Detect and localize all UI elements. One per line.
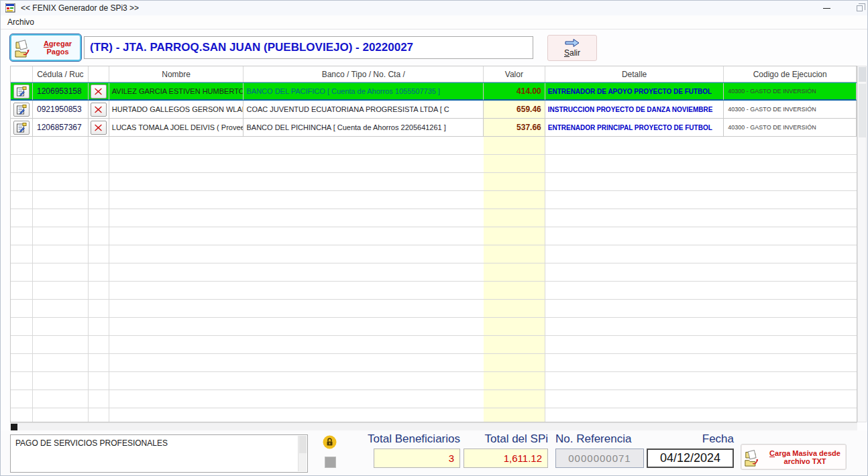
codigo-cell[interactable]: 40300 - GASTO DE INVERSIÓN [724,101,857,119]
empty-row[interactable] [11,300,857,318]
edit-row-button[interactable] [13,103,30,117]
observacion-textbox[interactable]: PAGO DE SERVICIOS PROFESIONALES [10,434,308,473]
grid-vertical-scrollbar[interactable] [857,66,867,422]
banco-cell[interactable]: BANCO DEL PICHINCHA [ Cuenta de Ahorros … [243,119,483,137]
nombre-cell[interactable]: HURTADO GALLEGOS GERSON WLADIM ( Proveed… [109,101,244,119]
menu-archivo[interactable]: Archivo [2,17,40,27]
delete-row-button[interactable] [91,121,107,135]
empty-row[interactable] [11,282,857,300]
empty-cell [724,137,857,155]
minimize-button[interactable] [812,1,840,15]
hscroll-thumb[interactable] [11,424,17,430]
empty-row[interactable] [11,209,857,227]
title-bar: << FENIX Generador de SPi3 >> [1,1,868,15]
empty-cell [11,282,33,300]
total-beneficiarios-value: 3 [374,449,460,468]
cedula-cell[interactable]: 0921950853 [33,101,89,119]
empty-cell [89,155,109,173]
vscroll-thumb[interactable] [859,84,866,137]
footer-panel: PAGO DE SERVICIOS PROFESIONALES Total Be… [1,430,868,476]
empty-cell [33,336,89,354]
empty-cell [11,408,33,422]
empty-cell [545,336,724,354]
empty-row[interactable] [11,336,857,354]
codigo-cell[interactable]: 40300 - GASTO DE INVERSIÓN [724,119,857,137]
empty-cell [11,390,33,408]
empty-cell [89,408,109,422]
empty-cell [33,372,89,390]
column-header-detalle: Detalle [545,66,724,82]
empty-cell [243,245,483,263]
empty-cell [243,173,483,191]
empty-cell [545,173,724,191]
empty-row[interactable] [11,173,857,191]
empty-cell [11,137,33,155]
gray-indicator-square[interactable] [325,457,336,468]
empty-cell [109,354,244,372]
payment-row-3[interactable]: 1206857367LUCAS TOMALA JOEL DEIVIS ( Pro… [11,119,857,137]
empty-row[interactable] [11,354,857,372]
delete-row-button[interactable] [91,84,107,99]
empty-cell [89,191,109,209]
banco-cell[interactable]: BANCO DEL PACIFICO [ Cuenta de Ahorros 1… [243,83,483,101]
payment-row-2[interactable]: 0921950853HURTADO GALLEGOS GERSON WLADIM… [11,101,857,119]
edit-row-button[interactable] [13,121,30,135]
column-header-nombre: Nombre [109,66,244,82]
edit-row-button[interactable] [13,84,30,99]
agregar-pagos-button[interactable]: Agregar Pagos [10,34,81,61]
empty-row[interactable] [11,245,857,263]
nombre-cell[interactable]: LUCAS TOMALA JOEL DEIVIS ( Proveedor ) [109,119,244,137]
codigo-cell[interactable]: 40300 - GASTO DE INVERSIÓN [724,83,857,101]
nombre-cell[interactable]: AVILEZ GARCIA ESTIVEN HUMBERTO ( Proveed… [109,83,244,101]
restore-button[interactable] [840,1,868,15]
empty-cell [89,209,109,227]
empty-row[interactable] [11,263,857,282]
detalle-cell[interactable]: ENTRENADOR PRINCIPAL PROYECTO DE FUTBOL [545,119,724,137]
empty-cell [724,390,857,408]
banco-cell[interactable]: COAC JUVENTUD ECUATORIANA PROGRESISTA LT… [243,101,483,119]
empty-cell [11,354,33,372]
cedula-cell[interactable]: 1206953158 [33,83,89,101]
lock-icon[interactable] [323,435,337,449]
delete-row-button[interactable] [91,103,107,117]
empty-cell [89,372,109,390]
empty-row[interactable] [11,372,857,390]
valor-cell[interactable]: 537.66 [484,119,545,137]
salir-button[interactable]: Salir [547,35,597,61]
spi-title-input[interactable] [84,36,533,59]
cedula-cell[interactable]: 1206857367 [33,119,89,137]
empty-cell [11,372,33,390]
empty-cell [89,354,109,372]
carga-masiva-button[interactable]: Carga Masiva desde archivo TXT [741,444,847,470]
empty-row[interactable] [11,227,857,245]
column-header-banco: Banco / Tipo / No. Cta / [243,66,483,82]
empty-cell [243,390,483,408]
observacion-scroll-thumb[interactable] [299,436,307,453]
empty-row[interactable] [11,191,857,209]
empty-cell [724,372,857,390]
valor-cell[interactable]: 659.46 [484,101,545,119]
edit-cell [11,119,33,137]
empty-row[interactable] [11,318,857,336]
delete-x-icon [94,123,103,132]
load-txt-folders-icon [744,447,764,467]
empty-cell [11,300,33,318]
total-spi-label: Total del SPi [430,432,548,447]
empty-cell [243,263,483,282]
empty-cell [545,191,724,209]
empty-cell [243,336,483,354]
payment-row-1[interactable]: 1206953158AVILEZ GARCIA ESTIVEN HUMBERTO… [11,82,857,101]
edit-row-icon [16,123,27,133]
empty-row[interactable] [11,390,857,408]
empty-row[interactable] [11,137,857,155]
fecha-value[interactable]: 04/12/2024 [647,449,734,468]
empty-cell [89,300,109,318]
empty-row[interactable] [11,155,857,173]
empty-row[interactable] [11,408,857,422]
detalle-cell[interactable]: INSTRUCCION PROYECTO DE DANZA NOVIEMBRE [545,101,724,119]
observacion-scrollbar[interactable] [298,436,307,471]
valor-cell[interactable]: 414.00 [484,83,545,101]
grid-horizontal-scrollbar[interactable] [10,422,857,430]
detalle-cell[interactable]: ENTRENADOR DE APOYO PROYECTO DE FUTBOL [545,83,724,101]
delete-cell [89,119,109,137]
